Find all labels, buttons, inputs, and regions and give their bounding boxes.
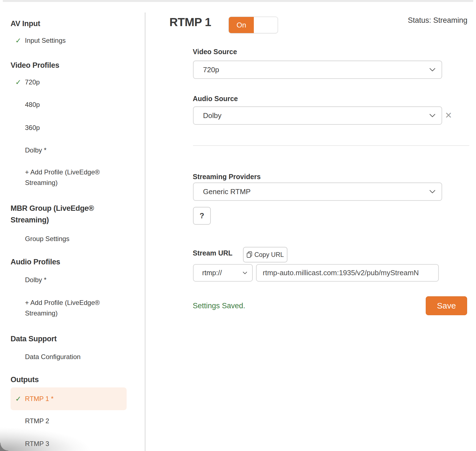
stream-url-label: Stream URL (193, 249, 232, 257)
audio-source-value: Dolby (203, 111, 221, 120)
sidebar-heading-av-input: AV Input (11, 18, 40, 29)
video-source-select[interactable]: 720p (193, 61, 442, 79)
settings-saved-message: Settings Saved. (193, 296, 245, 315)
sidebar-item-input-settings[interactable]: ✓ Input Settings (15, 35, 66, 46)
page-title: RTMP 1 (169, 16, 211, 29)
status-text: Status: Streaming (408, 16, 467, 25)
check-icon: ✓ (15, 35, 21, 46)
sidebar-item-480p[interactable]: 480p (25, 99, 40, 110)
sidebar-item-add-audio-profile[interactable]: + Add Profile (LiveEdge® Streaming) (25, 297, 119, 319)
streaming-providers-label: Streaming Providers (193, 173, 261, 181)
stream-url-value: rtmp-auto.millicast.com:1935/v2/pub/mySt… (263, 269, 419, 277)
sidebar-item-dolby-audio[interactable]: Dolby * (25, 275, 46, 285)
help-button[interactable]: ? (193, 207, 211, 225)
sidebar-divider (145, 12, 146, 451)
sidebar-item-720p[interactable]: ✓ 720p (15, 77, 40, 87)
sidebar-item-360p[interactable]: 360p (25, 122, 40, 133)
window-corner (0, 443, 8, 451)
copy-url-button[interactable]: Copy URL (243, 247, 287, 262)
sidebar-heading-video-profiles: Video Profiles (11, 59, 59, 71)
help-button-label: ? (200, 212, 204, 220)
app-window: AV Input ✓ Input Settings Video Profiles… (0, 0, 476, 451)
check-icon: ✓ (15, 394, 21, 404)
sidebar-item-group-settings[interactable]: Group Settings (25, 234, 69, 244)
video-source-label: Video Source (193, 48, 237, 56)
save-button[interactable]: Save (426, 296, 467, 315)
top-border (3, 0, 473, 2)
clear-audio-source-icon[interactable]: ✕ (445, 111, 452, 120)
streaming-providers-value: Generic RTMP (203, 187, 250, 196)
sidebar-heading-data-support: Data Support (11, 333, 57, 345)
sidebar-item-rtmp-1[interactable]: ✓ RTMP 1 * (11, 387, 127, 410)
protocol-value: rtmp:// (202, 269, 222, 277)
section-divider (193, 145, 469, 146)
sidebar-heading-outputs: Outputs (11, 374, 39, 385)
audio-source-label: Audio Source (193, 95, 238, 103)
check-icon: ✓ (15, 77, 21, 87)
toggle-on-segment: On (229, 17, 254, 33)
sidebar-heading-mbr-group: MBR Group (LiveEdge® Streaming) (11, 202, 122, 226)
sidebar-item-rtmp-2[interactable]: RTMP 2 (25, 416, 49, 426)
audio-source-select[interactable]: Dolby (193, 106, 442, 125)
toggle-on-label: On (237, 21, 246, 29)
copy-url-label: Copy URL (254, 251, 284, 259)
sidebar-item-rtmp-3[interactable]: RTMP 3 (25, 439, 49, 449)
video-source-value: 720p (203, 66, 219, 74)
chevron-down-icon (429, 190, 435, 194)
sidebar-item-label: RTMP 1 * (25, 395, 54, 403)
copy-icon (247, 251, 252, 258)
bottom-left-shadow (0, 420, 131, 451)
chevron-down-icon (243, 272, 247, 274)
stream-url-input[interactable]: rtmp-auto.millicast.com:1935/v2/pub/mySt… (256, 264, 439, 282)
sidebar-heading-audio-profiles: Audio Profiles (11, 256, 60, 268)
rtmp-on-off-toggle[interactable]: On (229, 17, 278, 33)
sidebar-item-label: Input Settings (25, 35, 66, 46)
sidebar-item-label: 720p (25, 77, 40, 87)
sidebar-item-data-configuration[interactable]: Data Configuration (25, 352, 81, 362)
chevron-down-icon (429, 114, 435, 117)
sidebar-item-add-video-profile[interactable]: + Add Profile (LiveEdge® Streaming) (25, 167, 119, 188)
streaming-providers-select[interactable]: Generic RTMP (193, 182, 442, 201)
protocol-select[interactable]: rtmp:// (193, 264, 253, 282)
sidebar-item-dolby-video[interactable]: Dolby * (25, 145, 46, 156)
chevron-down-icon (429, 68, 435, 72)
